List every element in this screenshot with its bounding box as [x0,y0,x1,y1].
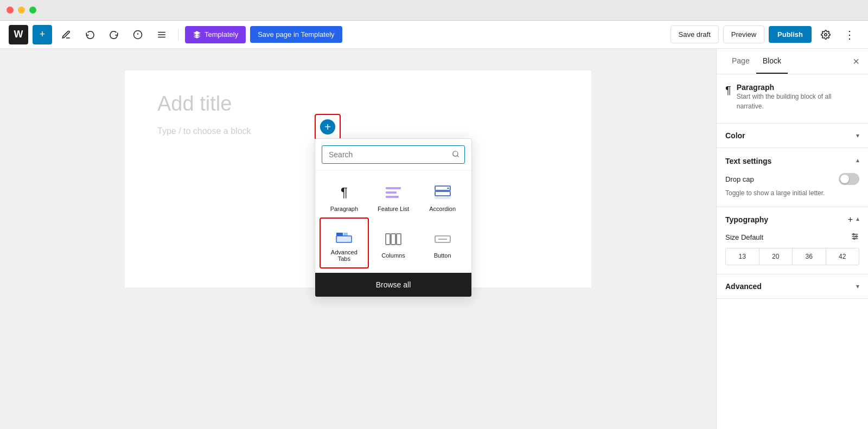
add-block-toolbar-button[interactable]: + [33,25,52,44]
typography-chevron-icon: ▾ [856,216,859,223]
save-draft-button[interactable]: Save draft [671,25,719,43]
block-inserter-popup: ¶ Paragraph Feature List [315,138,472,297]
edit-tool-button[interactable] [56,25,76,44]
tab-block[interactable]: Block [756,49,788,74]
svg-line-8 [457,155,459,157]
text-settings-chevron-icon[interactable]: ▾ [856,157,859,165]
typography-controls: + ▾ [848,215,859,225]
browse-all-button[interactable]: Browse all [315,273,471,297]
typography-add-icon[interactable]: + [848,215,853,225]
toolbar: W + Templately Save page in Templately S… [0,21,868,49]
add-block-button[interactable]: + [315,114,341,140]
accordion-block-icon [433,183,452,202]
feature-list-block-icon [384,183,403,202]
block-item-button[interactable]: Button [418,217,467,268]
button-block-label: Button [434,252,451,259]
close-dot[interactable] [7,7,14,14]
titlebar [0,0,868,21]
text-settings-title: Text settings [725,157,771,165]
svg-rect-11 [386,196,399,198]
redo-button[interactable] [104,25,124,44]
undo-button[interactable] [80,25,100,44]
color-section-title: Color [725,131,745,140]
font-size-42-button[interactable]: 42 [826,248,859,265]
info-button[interactable] [128,25,148,44]
paragraph-info-section: ¶ Paragraph Start with the building bloc… [717,74,868,124]
advanced-section-title: Advanced [725,282,762,291]
font-size-36-button[interactable]: 36 [793,248,826,265]
toolbar-divider-1 [178,28,178,41]
block-item-accordion[interactable]: Accordion [418,175,467,217]
svg-point-30 [853,238,855,240]
color-section: Color ▾ [717,124,868,148]
paragraph-block-icon: ¶ [334,183,354,202]
drop-cap-toggle[interactable] [839,173,859,185]
advanced-section-header[interactable]: Advanced ▾ [717,274,868,298]
svg-rect-10 [386,191,397,194]
svg-point-28 [853,234,854,235]
block-item-paragraph[interactable]: ¶ Paragraph [320,175,369,217]
save-page-templately-button[interactable]: Save page in Templately [250,26,342,43]
color-chevron-icon: ▾ [856,132,859,139]
wp-logo: W [9,25,28,44]
svg-rect-14 [435,191,450,196]
typography-section-header[interactable]: Typography + ▾ [717,207,868,232]
svg-rect-20 [386,234,390,245]
svg-rect-18 [336,236,352,242]
feature-list-block-label: Feature List [378,206,409,212]
svg-rect-16 [336,233,343,236]
paragraph-section-icon: ¶ [725,84,731,97]
paragraph-section-desc: Start with the building block of all nar… [737,92,859,111]
plus-icon: + [320,119,335,135]
svg-rect-9 [386,187,401,189]
block-grid: ¶ Paragraph Feature List [315,171,471,273]
preview-button[interactable]: Preview [723,25,764,43]
paragraph-block-label: Paragraph [330,206,358,212]
templately-button[interactable]: Templately [185,26,246,43]
block-item-columns[interactable]: Columns [369,217,418,268]
toggle-knob [840,175,849,183]
svg-rect-17 [343,233,348,236]
maximize-dot[interactable] [29,7,36,14]
search-icon [452,150,459,159]
text-settings-section: Text settings ▾ Drop cap Toggle to show … [717,148,868,207]
block-item-advanced-tabs[interactable]: Advanced Tabs [320,217,369,268]
font-size-buttons: 13 20 36 42 [725,248,859,265]
size-slider-icon[interactable] [851,232,859,242]
right-sidebar: Page Block × ¶ Paragraph Start with the … [716,49,868,429]
accordion-block-label: Accordion [429,206,456,212]
typography-section: Typography + ▾ Size Default [717,207,868,274]
block-item-feature-list[interactable]: Feature List [369,175,418,217]
paragraph-section-title: Paragraph [737,83,859,92]
svg-point-6 [825,33,827,36]
sidebar-tabs: Page Block × [717,49,868,74]
svg-rect-15 [435,197,450,199]
font-size-20-button[interactable]: 20 [760,248,793,265]
tools-button[interactable] [152,25,171,44]
sidebar-close-button[interactable]: × [853,55,859,68]
minimize-dot[interactable] [18,7,25,14]
color-section-header[interactable]: Color ▾ [717,124,868,148]
block-search-input[interactable] [322,145,465,164]
font-size-13-button[interactable]: 13 [726,248,760,265]
svg-point-29 [856,236,857,238]
advanced-chevron-icon: ▾ [856,283,859,290]
more-options-button[interactable]: ⋮ [840,25,859,44]
publish-button[interactable]: Publish [769,26,812,43]
editor-block-placeholder[interactable]: Type / to choose a block [157,126,559,136]
typography-content: Size Default 13 20 36 42 [717,232,868,274]
columns-block-label: Columns [381,252,405,259]
editor-title-placeholder[interactable]: Add title [157,92,559,116]
size-default-label: Size Default [725,233,763,241]
tab-page[interactable]: Page [725,49,756,74]
settings-button[interactable] [816,25,835,44]
main-layout: Add title Type / to choose a block + [0,49,868,429]
drop-cap-description: Toggle to show a large initial letter. [725,188,859,198]
svg-rect-22 [397,234,401,245]
advanced-tabs-block-icon [334,226,354,246]
drop-cap-label: Drop cap [725,175,754,183]
editor-area: Add title Type / to choose a block + [0,49,716,429]
button-block-icon [433,229,452,249]
advanced-tabs-block-label: Advanced Tabs [325,249,363,262]
svg-rect-21 [391,234,395,245]
